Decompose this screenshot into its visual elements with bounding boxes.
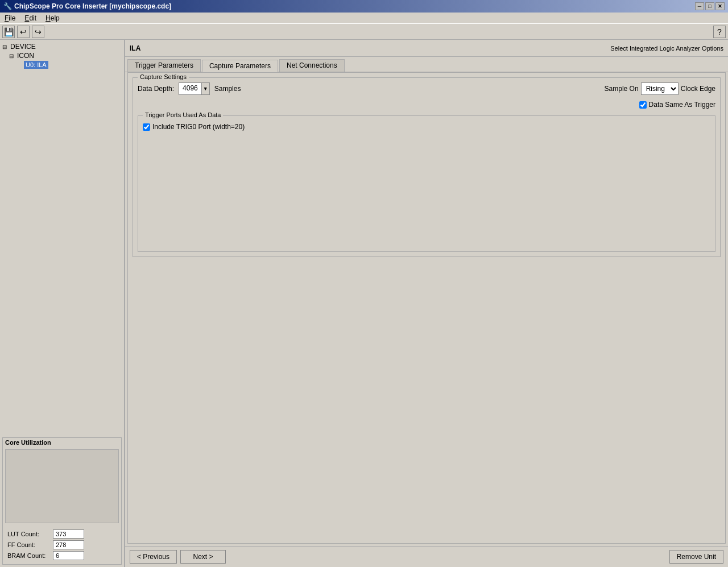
lut-count-label: LUT Count: <box>7 531 53 537</box>
menu-help[interactable]: Help <box>43 14 62 23</box>
tree-item-u0-ila[interactable]: U0: ILA <box>16 60 122 69</box>
trig0-port-label: Include TRIG0 Port (width=20) <box>152 123 245 131</box>
menu-file[interactable]: File <box>2 14 18 23</box>
data-depth-value: 4096 <box>179 82 202 95</box>
tree-label-u0-ila: U0: ILA <box>24 61 48 69</box>
next-button[interactable]: Next > <box>180 550 226 564</box>
title-bar-left: 🔧 ChipScope Pro Core Inserter [mychipsco… <box>3 2 171 10</box>
tree-label-icon: ICON <box>17 52 34 60</box>
main-container: ⊟ DEVICE ⊟ ICON U0: ILA Core Utilization… <box>0 40 728 567</box>
minimize-button[interactable]: ─ <box>695 2 704 10</box>
ff-count-row: FF Count: 278 <box>7 540 117 549</box>
content-area: Capture Settings Data Depth: 4096 ▼ Samp… <box>127 72 726 544</box>
capture-settings-title: Capture Settings <box>138 73 189 80</box>
tab-bar: Trigger Parameters Capture Parameters Ne… <box>125 57 728 72</box>
ila-title: ILA <box>130 44 140 52</box>
clock-edge-label: Clock Edge <box>681 85 715 93</box>
data-same-trigger-label: Data Same As Trigger <box>649 101 715 109</box>
menu-edit[interactable]: Edit <box>22 14 39 23</box>
data-depth-label: Data Depth: <box>138 85 174 93</box>
tree-item-icon[interactable]: ⊟ ICON <box>9 51 122 60</box>
bram-count-row: BRAM Count: 6 <box>7 551 117 560</box>
data-depth-arrow[interactable]: ▼ <box>202 82 210 95</box>
capture-settings-group: Capture Settings Data Depth: 4096 ▼ Samp… <box>133 77 721 257</box>
title-bar-controls[interactable]: ─ □ ✕ <box>695 2 725 10</box>
bottom-left: < Previous Next > <box>130 550 226 564</box>
bram-count-label: BRAM Count: <box>7 552 53 559</box>
save-button[interactable]: 💾 <box>2 26 15 38</box>
core-utilization-chart <box>5 449 119 523</box>
bram-count-value: 6 <box>53 551 84 560</box>
data-same-trigger-checkbox[interactable] <box>639 101 647 109</box>
settings-top-left: Data Depth: 4096 ▼ Samples <box>138 82 241 95</box>
tree-label-device: DEVICE <box>10 43 36 51</box>
toolbar: 💾 ↩ ↪ ? <box>0 24 728 40</box>
menu-bar: File Edit Help <box>0 13 728 24</box>
core-utilization-stats: LUT Count: 373 FF Count: 278 BRAM Count:… <box>3 525 121 564</box>
ila-description: Select Integrated Logic Analyzer Options <box>610 45 723 52</box>
previous-button[interactable]: < Previous <box>130 550 177 564</box>
trig0-port-checkbox[interactable] <box>143 123 150 131</box>
tab-capture-parameters[interactable]: Capture Parameters <box>202 60 278 72</box>
core-utilization-title: Core Utilization <box>3 438 121 447</box>
remove-unit-button[interactable]: Remove Unit <box>669 550 723 564</box>
sample-on-group: Sample On Rising Falling Both Clock Edge <box>605 82 715 95</box>
settings-top-right: Sample On Rising Falling Both Clock Edge <box>605 82 715 95</box>
right-panel: ILA Select Integrated Logic Analyzer Opt… <box>125 40 728 567</box>
ff-count-label: FF Count: <box>7 541 53 548</box>
lut-count-row: LUT Count: 373 <box>7 529 117 539</box>
data-same-trigger-row: Data Same As Trigger <box>138 101 715 109</box>
redo-button[interactable]: ↪ <box>32 26 44 38</box>
window-title: ChipScope Pro Core Inserter [mychipscope… <box>14 2 171 10</box>
tab-trigger-parameters[interactable]: Trigger Parameters <box>127 59 201 72</box>
close-button[interactable]: ✕ <box>715 2 725 10</box>
samples-label: Samples <box>214 85 241 93</box>
bottom-bar: < Previous Next > Remove Unit <box>125 546 728 567</box>
sample-on-label: Sample On <box>605 85 639 93</box>
undo-button[interactable]: ↩ <box>17 26 30 38</box>
tree-expander-icon: ⊟ <box>9 53 16 59</box>
sample-on-select[interactable]: Rising Falling Both <box>641 82 679 95</box>
tree-expander-device: ⊟ <box>2 44 9 50</box>
app-icon: 🔧 <box>3 2 12 10</box>
core-utilization-panel: Core Utilization LUT Count: 373 FF Count… <box>2 437 122 565</box>
left-panel: ⊟ DEVICE ⊟ ICON U0: ILA Core Utilization… <box>0 40 125 567</box>
lut-count-value: 373 <box>53 529 84 539</box>
ff-count-value: 278 <box>53 540 84 549</box>
maximize-button[interactable]: □ <box>705 2 714 10</box>
tree-item-device[interactable]: ⊟ DEVICE <box>2 42 122 51</box>
tab-net-connections[interactable]: Net Connections <box>279 59 345 72</box>
tree-section: ⊟ DEVICE ⊟ ICON U0: ILA <box>0 40 124 435</box>
settings-top-row: Data Depth: 4096 ▼ Samples Sample On Ris… <box>138 82 715 95</box>
data-depth-select: 4096 ▼ <box>179 82 210 95</box>
help-button[interactable]: ? <box>713 26 726 38</box>
trig0-port-row: Include TRIG0 Port (width=20) <box>143 123 710 131</box>
trigger-ports-group: Trigger Ports Used As Data Include TRIG0… <box>138 115 715 252</box>
ila-header: ILA Select Integrated Logic Analyzer Opt… <box>125 40 728 57</box>
trigger-ports-title: Trigger Ports Used As Data <box>143 111 223 118</box>
title-bar: 🔧 ChipScope Pro Core Inserter [mychipsco… <box>0 0 728 13</box>
